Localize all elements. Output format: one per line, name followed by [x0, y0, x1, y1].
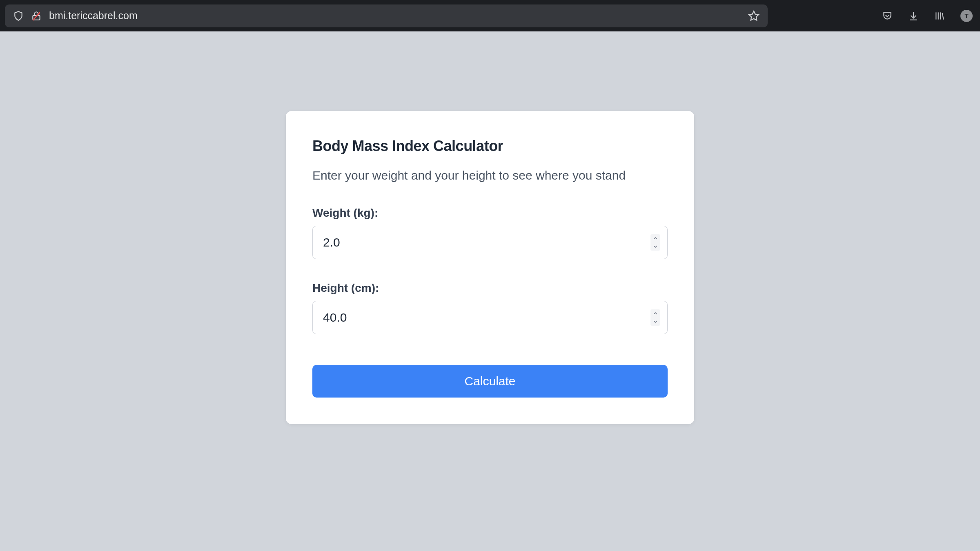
svg-line-7: [942, 13, 944, 19]
weight-form-group: Weight (kg):: [312, 207, 668, 259]
height-label: Height (cm):: [312, 282, 668, 295]
height-input[interactable]: [312, 301, 668, 334]
library-icon[interactable]: [934, 11, 945, 21]
svg-line-1: [33, 12, 40, 20]
weight-stepper: [650, 234, 660, 251]
weight-input[interactable]: [312, 226, 668, 259]
pocket-icon[interactable]: [882, 11, 893, 21]
browser-bar: bmi.tericcabrel.com: [0, 0, 980, 31]
page-content: Body Mass Index Calculator Enter your we…: [0, 31, 980, 424]
downloads-icon[interactable]: [908, 11, 919, 21]
card-title: Body Mass Index Calculator: [312, 138, 668, 155]
insecure-lock-icon: [31, 11, 42, 21]
weight-input-wrapper: [312, 226, 668, 259]
height-stepper: [650, 309, 660, 326]
height-stepper-down[interactable]: [650, 318, 660, 326]
weight-label: Weight (kg):: [312, 207, 668, 220]
svg-marker-2: [749, 11, 758, 20]
shield-icon: [13, 11, 24, 21]
profile-avatar[interactable]: T: [960, 10, 973, 22]
card-subtitle: Enter your weight and your height to see…: [312, 167, 668, 184]
height-form-group: Height (cm):: [312, 282, 668, 334]
weight-stepper-down[interactable]: [650, 242, 660, 251]
height-stepper-up[interactable]: [650, 309, 660, 318]
url-text[interactable]: bmi.tericcabrel.com: [49, 10, 741, 22]
weight-stepper-up[interactable]: [650, 234, 660, 242]
bookmark-star-icon[interactable]: [748, 10, 760, 22]
url-bar[interactable]: bmi.tericcabrel.com: [5, 4, 768, 27]
height-input-wrapper: [312, 301, 668, 334]
calculate-button[interactable]: Calculate: [312, 365, 668, 398]
bmi-calculator-card: Body Mass Index Calculator Enter your we…: [286, 111, 694, 424]
browser-toolbar-right: T: [882, 10, 973, 22]
